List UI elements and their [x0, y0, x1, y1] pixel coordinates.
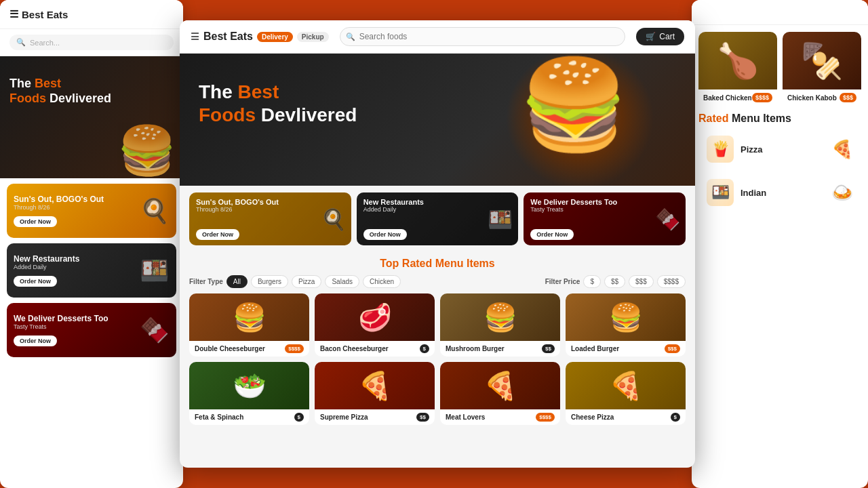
- chicken-kabob-info: Chicken Kabob $$$: [783, 89, 861, 106]
- right-side-panel: 🍗 Baked Chicken $$$$ 🍢 Chicken Kabob $$$…: [692, 0, 868, 488]
- filter-price-3[interactable]: $$$: [629, 275, 654, 288]
- left-logo: ☰ Best Eats: [9, 8, 68, 20]
- feta-spinach-name: Feta & Spinach: [195, 413, 243, 421]
- right-food-grid: 🍗 Baked Chicken $$$$ 🍢 Chicken Kabob $$$: [698, 32, 861, 106]
- category-item-pizza[interactable]: 🍟 Pizza 🍕: [698, 130, 861, 168]
- indian-category-emoji: 🍛: [831, 182, 853, 203]
- menu-section: Top Rated Menu Items Filter Type All Bur…: [180, 252, 695, 430]
- right-panel-content: 🍗 Baked Chicken $$$$ 🍢 Chicken Kabob $$$…: [692, 25, 868, 218]
- meat-lovers-price: $$$$: [536, 413, 555, 422]
- promo-dessert-order-button[interactable]: Order Now: [530, 229, 574, 240]
- menu-item-double-cheeseburger[interactable]: 🍔 Double Cheeseburger $$$$: [189, 293, 309, 357]
- left-promo-dessert-content: We Deliver Desserts Too Tasty Treats Ord…: [14, 314, 134, 346]
- cheese-pizza-info: Cheese Pizza $: [566, 409, 686, 425]
- hero-foods: Foods: [199, 104, 256, 125]
- menu-item-bacon-cheeseburger[interactable]: 🥩 Bacon Cheeseburger $: [315, 293, 435, 357]
- hero-burger-image: [505, 54, 654, 186]
- promo-dessert-food-icon: 🍫: [655, 207, 680, 231]
- right-food-card-kabob[interactable]: 🍢 Chicken Kabob $$$: [783, 32, 861, 106]
- promo-dessert-title: We Deliver Desserts Too: [530, 198, 679, 206]
- left-search-placeholder: Search...: [30, 39, 60, 47]
- menu-item-feta-spinach[interactable]: 🥗 Feta & Spinach $: [189, 362, 309, 425]
- chicken-kabob-name: Chicken Kabob: [787, 94, 837, 102]
- left-hero-foods: Foods: [9, 92, 46, 105]
- menu-item-loaded-burger[interactable]: 🍔 Loaded Burger $$$: [566, 293, 686, 357]
- menu-section-title: Top Rated Menu Items: [189, 258, 686, 270]
- left-hero-delivered: Devlivered: [50, 92, 111, 105]
- menu-item-mushroom-burger[interactable]: 🍔 Mushroom Burger $$: [440, 293, 560, 357]
- hero-the: The: [199, 81, 238, 102]
- bacon-cheeseburger-name: Bacon Cheeseburger: [320, 345, 389, 352]
- hero-best: Best: [238, 81, 279, 102]
- left-hero-text: The Best Foods Devlivered: [9, 77, 111, 106]
- filter-pizza[interactable]: Pizza: [292, 275, 321, 288]
- main-search-container: 🔍: [340, 27, 626, 46]
- price-filter-group: Filter Price $ $$ $$$ $$$$: [545, 275, 686, 288]
- left-promo-dessert-title: We Deliver Desserts Too: [14, 314, 134, 323]
- left-search-bar: 🔍 Search...: [0, 29, 183, 56]
- promo-new-order-button[interactable]: Order Now: [363, 229, 407, 240]
- menu-item-meat-lovers[interactable]: 🍕 Meat Lovers $$$$: [440, 362, 560, 425]
- delivery-badge[interactable]: Delivery: [257, 32, 293, 42]
- left-new-food-icon: 🍱: [140, 257, 170, 285]
- filter-all[interactable]: All: [226, 275, 248, 288]
- promo-card-new-restaurants[interactable]: New Restaurants Added Daily Order Now 🍱: [357, 192, 519, 245]
- left-hero-headline: The Best Foods Devlivered: [9, 77, 111, 106]
- main-logo-name: Best Eats: [203, 30, 253, 43]
- right-rated-text: Rated: [698, 113, 728, 124]
- double-cheeseburger-info: Double Cheeseburger $$$$: [189, 341, 309, 357]
- left-dessert-food-icon: 🍫: [140, 317, 170, 344]
- right-menu-items-text: Menu Items: [732, 113, 791, 124]
- main-search-input[interactable]: [340, 27, 626, 46]
- left-promo-dessert[interactable]: We Deliver Desserts Too Tasty Treats Ord…: [7, 303, 176, 357]
- promo-cards-row: Sun's Out, BOGO's Out Through 8/26 Order…: [180, 186, 695, 252]
- filter-price-1[interactable]: $: [583, 275, 601, 288]
- supreme-pizza-name: Supreme Pizza: [320, 413, 368, 421]
- left-new-order-button[interactable]: Order Now: [14, 276, 57, 287]
- meat-lovers-name: Meat Lovers: [446, 413, 485, 421]
- pizza-category-emoji: 🍕: [831, 139, 853, 160]
- filter-salads[interactable]: Salads: [325, 275, 359, 288]
- promo-bogo-order-button[interactable]: Order Now: [196, 229, 239, 240]
- cart-button[interactable]: 🛒 Cart: [636, 28, 684, 45]
- left-side-panel: ☰ Best Eats 🔍 Search... The Best Foods D…: [0, 0, 183, 488]
- promo-bogo-food-icon: 🍳: [321, 207, 346, 231]
- right-food-card-chicken[interactable]: 🍗 Baked Chicken $$$$: [698, 32, 777, 106]
- loaded-burger-price: $$$: [665, 344, 680, 353]
- category-item-indian[interactable]: 🍱 Indian 🍛: [698, 174, 861, 211]
- promo-bogo-title: Sun's Out, BOGO's Out: [196, 198, 344, 206]
- filter-chicken[interactable]: Chicken: [363, 275, 401, 288]
- left-promo-new-restaurants[interactable]: New Restaurants Added Daily Order Now 🍱: [7, 243, 176, 298]
- double-cheeseburger-name: Double Cheeseburger: [195, 345, 265, 352]
- left-promo-dessert-sub: Tasty Treats: [14, 323, 134, 330]
- menu-item-cheese-pizza[interactable]: 🍕 Cheese Pizza $: [566, 362, 686, 425]
- bacon-cheeseburger-info: Bacon Cheeseburger $: [315, 341, 435, 357]
- filter-price-2[interactable]: $$: [604, 275, 625, 288]
- left-promo-new-sub: Added Daily: [14, 264, 134, 270]
- baked-chicken-price: $$$$: [752, 93, 772, 102]
- promo-card-dessert[interactable]: We Deliver Desserts Too Tasty Treats Ord…: [524, 192, 686, 245]
- main-search-icon: 🔍: [346, 33, 355, 41]
- left-hero-banner: The Best Foods Devlivered 🍔: [0, 56, 183, 178]
- left-promo-new-title: New Restaurants: [14, 254, 134, 264]
- left-header: ☰ Best Eats: [0, 0, 183, 29]
- pizza-category-name: Pizza: [741, 144, 763, 155]
- pickup-badge[interactable]: Pickup: [297, 32, 329, 42]
- mushroom-burger-price: $$: [542, 344, 555, 353]
- hamburger-icon: ☰: [9, 8, 18, 20]
- filter-type-label: Filter Type: [189, 278, 223, 285]
- filter-price-4[interactable]: $$$$: [657, 275, 686, 288]
- search-icon: 🔍: [16, 38, 26, 47]
- promo-card-bogo[interactable]: Sun's Out, BOGO's Out Through 8/26 Order…: [189, 192, 351, 245]
- supreme-pizza-info: Supreme Pizza $$: [315, 409, 435, 425]
- left-promo-bogo[interactable]: Sun's Out, BOGO's Out Through 8/26 Order…: [7, 184, 176, 238]
- filter-burgers[interactable]: Burgers: [251, 275, 288, 288]
- menu-item-supreme-pizza[interactable]: 🍕 Supreme Pizza $$: [315, 362, 435, 425]
- left-bogo-order-button[interactable]: Order Now: [14, 216, 57, 227]
- left-dessert-order-button[interactable]: Order Now: [14, 336, 57, 346]
- main-logo: ☰ Best Eats Delivery Pickup: [191, 30, 329, 43]
- loaded-burger-info: Loaded Burger $$$: [566, 341, 686, 357]
- mushroom-burger-name: Mushroom Burger: [446, 345, 505, 352]
- left-search-box[interactable]: 🔍 Search...: [9, 35, 174, 50]
- left-bogo-food-icon: 🍳: [140, 197, 170, 225]
